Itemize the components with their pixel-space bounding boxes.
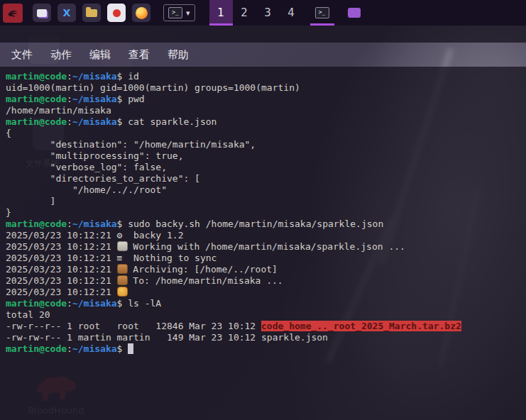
terminal-text: :	[67, 298, 72, 309]
terminal-text: ~/misaka	[72, 343, 117, 354]
terminal-text: $ ls -lA	[117, 298, 162, 309]
terminal-text	[128, 343, 133, 354]
firefox-icon[interactable]	[132, 4, 150, 22]
terminal-line: -rw-rw-r-- 1 martin martin 149 Mar 23 10…	[6, 332, 520, 343]
terminal-profile-dropdown[interactable]: >_ ▾	[163, 4, 195, 21]
terminal-line: martin@code:~/misaka$ pwd	[6, 94, 520, 105]
kali-menu-button[interactable]	[3, 4, 23, 23]
terminal-text: To: /home/martin/misaka ...	[128, 275, 283, 286]
terminal-text: "directories_to_archive": [	[6, 173, 200, 184]
recorder-app-icon[interactable]	[107, 4, 126, 22]
xterm-icon[interactable]: X	[57, 4, 76, 22]
terminal-line: /home/martin/misaka	[6, 105, 520, 116]
terminal-text: {	[6, 128, 11, 138]
menu-edit[interactable]: 编辑	[89, 48, 111, 62]
terminal-text: Working with /home/martin/misaka/sparkle…	[128, 241, 405, 252]
terminal-text: 2025/03/23 10:12:21 ⚙ backy 1.2	[6, 230, 183, 241]
terminal-text: }	[6, 207, 11, 218]
terminal-text: -rw-r--r-- 1 root root 12846 Mar 23 10:1…	[6, 321, 261, 331]
terminal-text: 2025/03/23 10:12:21 ≡ Nothing to sync	[6, 253, 217, 263]
terminal-line: martin@code:~/misaka$	[6, 343, 520, 355]
terminal-text: $	[117, 343, 128, 354]
workspace-switcher: 1 2 3 4	[209, 0, 303, 26]
terminal-line: martin@code:~/misaka$ ls -lA	[6, 298, 520, 309]
terminal-text: martin@code	[6, 343, 67, 354]
top-panel: X >_ ▾ 1 2 3 4 >_	[0, 0, 526, 26]
terminal-line: 2025/03/23 10:12:21 ⚙ backy 1.2	[6, 230, 520, 241]
terminal-text: Archiving: [/home/../root]	[128, 264, 278, 275]
terminal-window: 文件 动作 编辑 查看 帮助 martin@code:~/misaka$ idu…	[0, 26, 526, 420]
terminal-line: 2025/03/23 10:12:21 ≡ Nothing to sync	[6, 253, 520, 264]
terminal-line: 2025/03/23 10:12:21 📋 Working with /home…	[6, 241, 520, 253]
terminal-text: :	[67, 71, 72, 82]
terminal-line: total 20	[6, 309, 520, 321]
terminal-icon: >_	[168, 7, 182, 18]
workspace-2[interactable]: 2	[233, 0, 256, 26]
window-top-strip	[0, 26, 526, 43]
menu-file[interactable]: 文件	[11, 48, 33, 62]
workspace-1[interactable]: 1	[209, 0, 233, 26]
terminal-line: {	[6, 128, 520, 139]
window-icon	[37, 9, 47, 17]
terminal-text: "verbose_log": false,	[6, 162, 167, 172]
menu-view[interactable]: 查看	[128, 48, 150, 62]
terminal-text: $ sudo backy.sh /home/martin/misaka/spar…	[117, 219, 384, 229]
taskbar-app-button[interactable]	[341, 0, 367, 26]
terminal-text: :	[67, 94, 72, 104]
terminal-output[interactable]: martin@code:~/misaka$ iduid=1000(martin)…	[0, 67, 526, 420]
chevron-down-icon: ▾	[186, 9, 190, 18]
terminal-text: uid=1000(martin) gid=1000(martin) groups…	[6, 82, 300, 93]
kali-dragon-icon	[6, 6, 20, 19]
terminal-text: 2025/03/23 10:12:21	[6, 287, 117, 297]
purple-app-icon	[348, 8, 361, 18]
folder-icon	[86, 9, 97, 17]
terminal-line: 2025/03/23 10:12:21 📦 To: /home/martin/m…	[6, 275, 520, 287]
terminal-text: ]	[6, 196, 55, 206]
terminal-line: }	[6, 207, 520, 219]
menu-help[interactable]: 帮助	[168, 48, 189, 62]
terminal-line: "multiprocessing": true,	[6, 150, 520, 162]
workspace-3[interactable]: 3	[256, 0, 280, 26]
terminal-text: ~/misaka	[72, 71, 117, 82]
terminal-text: martin@code	[6, 94, 67, 104]
file-manager-icon[interactable]	[82, 4, 101, 22]
terminal-line: -rw-r--r-- 1 root root 12846 Mar 23 10:1…	[6, 321, 520, 332]
notes-app-icon[interactable]	[33, 4, 51, 22]
taskbar-terminal-button[interactable]: >_	[309, 0, 336, 26]
terminal-text: 2025/03/23 10:12:21	[6, 275, 117, 286]
terminal-text: :	[67, 343, 72, 354]
terminal-text: :	[67, 116, 72, 127]
terminal-menubar: 文件 动作 编辑 查看 帮助	[0, 43, 526, 67]
terminal-text: "multiprocessing": true,	[6, 150, 183, 161]
terminal-text: :	[67, 219, 72, 229]
menu-actions[interactable]: 动作	[50, 48, 72, 62]
terminal-text: "/home/.././root"	[6, 184, 167, 195]
terminal-text: martin@code	[6, 71, 67, 82]
terminal-text: "destination": "/home/martin/misaka",	[6, 139, 256, 150]
terminal-text: $ cat sparkle.json	[117, 116, 217, 127]
terminal-text: ~/misaka	[72, 94, 117, 104]
terminal-line: "verbose_log": false,	[6, 162, 520, 173]
app-launchers: X	[33, 4, 150, 22]
terminal-line: uid=1000(martin) gid=1000(martin) groups…	[6, 82, 520, 94]
terminal-line: ]	[6, 196, 520, 207]
terminal-text: martin@code	[6, 116, 67, 127]
terminal-text: code_home_.._root_2025_March.tar.bz2	[261, 321, 461, 331]
terminal-line: 2025/03/23 10:12:21 📦 Archiving: [/home/…	[6, 264, 520, 275]
firefox-globe-icon	[136, 7, 148, 19]
clip-emoji-icon: 📋	[117, 241, 128, 251]
beer-emoji-icon: 🍺	[117, 287, 128, 297]
terminal-text: /home/martin/misaka	[6, 105, 111, 116]
terminal-text: martin@code	[6, 219, 67, 229]
terminal-text: -rw-rw-r-- 1 martin martin 149 Mar 23 10…	[6, 332, 328, 343]
terminal-line: "directories_to_archive": [	[6, 173, 520, 184]
box-emoji-icon: 📦	[117, 264, 128, 274]
terminal-text: $ id	[117, 71, 139, 82]
box-emoji-icon: 📦	[117, 275, 128, 285]
terminal-text: ~/misaka	[72, 116, 117, 127]
terminal-text: 2025/03/23 10:12:21	[6, 241, 117, 252]
terminal-text: total 20	[6, 309, 50, 320]
workspace-4[interactable]: 4	[280, 0, 303, 26]
terminal-text: martin@code	[6, 298, 67, 309]
terminal-text: 2025/03/23 10:12:21	[6, 264, 117, 275]
